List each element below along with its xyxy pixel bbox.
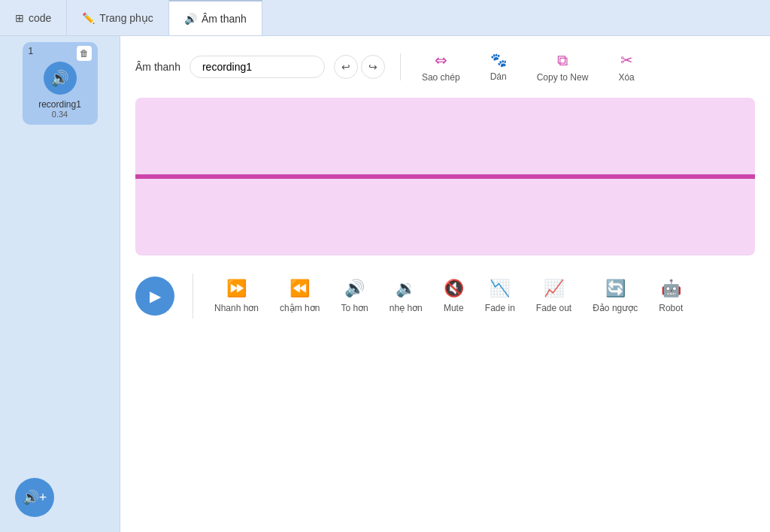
softer-button[interactable]: 🔉 nhẹ hơn xyxy=(387,276,426,316)
controls-divider xyxy=(192,274,193,319)
fadeout-label: Fade out xyxy=(536,303,571,313)
slower-label: chậm hơn xyxy=(280,303,320,313)
speaker-icon: 🔊 xyxy=(50,69,69,87)
tab-code[interactable]: ⊞ code xyxy=(0,0,67,35)
mute-icon: 🔇 xyxy=(444,279,464,298)
paste-icon: 🐾 xyxy=(490,52,507,68)
item-number: 1 xyxy=(29,46,34,56)
add-sound-icon: 🔊+ xyxy=(23,489,47,506)
louder-label: To hơn xyxy=(341,303,368,313)
copy-to-new-button[interactable]: ⧉ Copy to New xyxy=(531,49,595,86)
tab-costume[interactable]: ✏️ Trang phục xyxy=(67,0,169,35)
copy-new-icon: ⧉ xyxy=(557,52,568,69)
paste-label: Dán xyxy=(490,71,507,82)
robot-button[interactable]: 🤖 Robot xyxy=(656,276,686,316)
fadein-label: Fade in xyxy=(485,303,515,313)
undo-icon: ↩ xyxy=(341,61,350,73)
slower-icon: ⏪ xyxy=(290,279,310,298)
slower-button[interactable]: ⏪ chậm hơn xyxy=(277,276,323,316)
item-name: recording1 xyxy=(38,99,81,110)
waveform-display xyxy=(135,98,755,255)
copy-button[interactable]: ⇔ Sao chép xyxy=(416,48,466,86)
sound-field-label: Âm thanh xyxy=(135,61,180,73)
main-layout: 1 🗑 🔊 recording1 0.34 🔊+ Âm thanh ↩ ↪ xyxy=(0,36,770,532)
faster-icon: ⏩ xyxy=(226,279,247,298)
delete-icon: ✂ xyxy=(620,51,633,69)
effect-buttons: ⏩ Nhanh hơn ⏪ chậm hơn 🔊 To hơn 🔉 nhẹ hơ… xyxy=(211,276,686,316)
redo-icon: ↪ xyxy=(368,61,377,73)
sound-tab-icon: 🔊 xyxy=(184,13,197,25)
fadeout-button[interactable]: 📈 Fade out xyxy=(533,276,574,316)
fadeout-icon: 📈 xyxy=(544,279,564,298)
tab-costume-label: Trang phục xyxy=(99,12,153,24)
faster-label: Nhanh hơn xyxy=(214,303,259,313)
mute-button[interactable]: 🔇 Mute xyxy=(441,276,467,316)
sidebar: 1 🗑 🔊 recording1 0.34 🔊+ xyxy=(0,36,120,532)
louder-button[interactable]: 🔊 To hơn xyxy=(338,276,371,316)
scissors-icon: ✏️ xyxy=(82,12,95,24)
reverse-label: Đảo ngược xyxy=(593,303,638,313)
list-item[interactable]: 1 🗑 🔊 recording1 0.34 xyxy=(23,42,98,125)
history-buttons: ↩ ↪ xyxy=(334,55,385,79)
mute-label: Mute xyxy=(444,303,464,313)
faster-button[interactable]: ⏩ Nhanh hơn xyxy=(211,276,262,316)
play-icon: ▶ xyxy=(150,287,161,305)
toolbar-divider xyxy=(400,53,401,80)
redo-button[interactable]: ↪ xyxy=(361,55,385,79)
delete-item-button[interactable]: 🗑 xyxy=(77,46,92,61)
item-duration: 0.34 xyxy=(52,110,68,119)
copy-new-label: Copy to New xyxy=(537,72,589,83)
toolbar: Âm thanh ↩ ↪ ⇔ Sao chép 🐾 Dán xyxy=(135,48,755,86)
softer-icon: 🔉 xyxy=(396,279,416,298)
copy-icon: ⇔ xyxy=(435,51,447,69)
reverse-button[interactable]: 🔄 Đảo ngược xyxy=(590,276,641,316)
waveform-line xyxy=(135,174,755,179)
toolbar-actions: ⇔ Sao chép 🐾 Dán ⧉ Copy to New ✂ Xóa xyxy=(416,48,641,86)
paste-button[interactable]: 🐾 Dán xyxy=(484,49,513,85)
sound-name-input[interactable] xyxy=(189,56,325,78)
tab-sound[interactable]: 🔊 Âm thanh xyxy=(169,0,262,35)
louder-icon: 🔊 xyxy=(344,279,365,298)
softer-label: nhẹ hơn xyxy=(390,303,423,313)
robot-label: Robot xyxy=(659,303,683,313)
tab-code-label: code xyxy=(29,12,51,24)
undo-button[interactable]: ↩ xyxy=(334,55,358,79)
robot-icon: 🤖 xyxy=(661,279,681,298)
delete-button[interactable]: ✂ Xóa xyxy=(612,48,640,86)
fadein-icon: 📉 xyxy=(490,279,510,298)
delete-label: Xóa xyxy=(618,72,634,83)
tab-sound-label: Âm thanh xyxy=(202,13,247,25)
play-button[interactable]: ▶ xyxy=(135,277,174,316)
controls-area: ▶ ⏩ Nhanh hơn ⏪ chậm hơn 🔊 To hơn 🔉 xyxy=(135,268,755,325)
sound-icon-circle: 🔊 xyxy=(44,62,77,95)
reverse-icon: 🔄 xyxy=(605,279,626,298)
content-area: Âm thanh ↩ ↪ ⇔ Sao chép 🐾 Dán xyxy=(120,36,770,532)
tab-bar: ⊞ code ✏️ Trang phục 🔊 Âm thanh xyxy=(0,0,770,36)
copy-label: Sao chép xyxy=(422,72,460,83)
fadein-button[interactable]: 📉 Fade in xyxy=(482,276,518,316)
add-sound-button[interactable]: 🔊+ xyxy=(15,478,54,517)
code-icon: ⊞ xyxy=(15,12,24,24)
